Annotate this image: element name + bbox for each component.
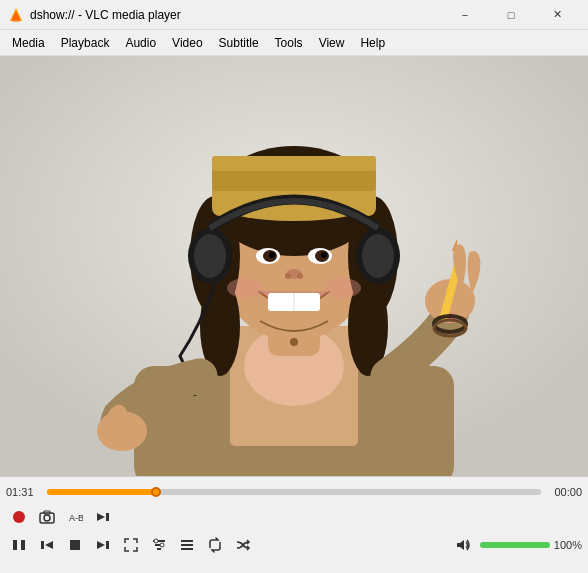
svg-point-62 — [154, 539, 158, 543]
volume-area: 100% — [450, 533, 582, 557]
progress-fill — [47, 489, 156, 495]
snapshot-button[interactable] — [34, 505, 60, 529]
volume-icon-button[interactable] — [450, 533, 476, 557]
svg-marker-55 — [45, 541, 53, 549]
random-button[interactable] — [230, 533, 256, 557]
frame-step-button[interactable] — [90, 505, 116, 529]
prev-button[interactable] — [34, 533, 60, 557]
progress-bar[interactable] — [47, 489, 541, 495]
svg-point-27 — [285, 273, 291, 279]
svg-point-32 — [325, 278, 361, 298]
svg-point-36 — [362, 234, 394, 278]
menu-subtitle[interactable]: Subtitle — [211, 32, 267, 54]
svg-rect-53 — [21, 540, 25, 550]
menu-video[interactable]: Video — [164, 32, 210, 54]
close-button[interactable]: ✕ — [534, 0, 580, 30]
progress-handle[interactable] — [151, 487, 161, 497]
video-content — [0, 56, 588, 476]
play-pause-button[interactable] — [6, 533, 32, 557]
svg-rect-61 — [157, 548, 161, 550]
current-time: 01:31 — [6, 486, 41, 498]
next-button[interactable] — [90, 533, 116, 557]
menu-media[interactable]: Media — [4, 32, 53, 54]
video-area[interactable] — [0, 56, 588, 476]
menu-bar: Media Playback Audio Video Subtitle Tool… — [0, 30, 588, 56]
window-title: dshow:// - VLC media player — [30, 8, 442, 22]
svg-rect-66 — [181, 548, 193, 550]
svg-point-24 — [269, 252, 275, 258]
svg-rect-64 — [181, 540, 193, 542]
timeline-row: 01:31 00:00 — [4, 479, 584, 503]
volume-label: 100% — [554, 539, 582, 551]
svg-point-45 — [13, 511, 25, 523]
playlist-button[interactable] — [174, 533, 200, 557]
svg-point-28 — [297, 273, 303, 279]
extended-button[interactable] — [146, 533, 172, 557]
volume-fill — [480, 542, 550, 548]
svg-point-2 — [12, 19, 20, 22]
svg-rect-54 — [41, 541, 44, 549]
svg-point-44 — [290, 338, 298, 346]
stop-button[interactable] — [62, 533, 88, 557]
fullscreen-button[interactable] — [118, 533, 144, 557]
controls-area: 01:31 00:00 A-B — [0, 476, 588, 563]
svg-rect-51 — [106, 513, 109, 521]
menu-tools[interactable]: Tools — [267, 32, 311, 54]
app-icon — [8, 7, 24, 23]
controls-row-2: 100% — [4, 531, 584, 559]
svg-point-47 — [44, 515, 50, 521]
svg-point-63 — [160, 543, 164, 547]
svg-rect-52 — [13, 540, 17, 550]
maximize-button[interactable]: □ — [488, 0, 534, 30]
minimize-button[interactable]: − — [442, 0, 488, 30]
svg-rect-19 — [212, 156, 376, 171]
loop-ab-button[interactable]: A-B — [62, 505, 88, 529]
svg-rect-65 — [181, 544, 193, 546]
svg-marker-50 — [97, 513, 105, 521]
svg-rect-56 — [70, 540, 80, 550]
menu-audio[interactable]: Audio — [117, 32, 164, 54]
remaining-time: 00:00 — [547, 486, 582, 498]
menu-playback[interactable]: Playback — [53, 32, 118, 54]
record-button[interactable] — [6, 505, 32, 529]
svg-point-31 — [227, 278, 263, 298]
svg-marker-57 — [97, 541, 105, 549]
svg-marker-69 — [457, 540, 464, 550]
svg-point-34 — [194, 234, 226, 278]
menu-help[interactable]: Help — [352, 32, 393, 54]
controls-row-1: A-B — [4, 503, 584, 531]
volume-bar[interactable] — [480, 542, 550, 548]
title-bar: dshow:// - VLC media player − □ ✕ — [0, 0, 588, 30]
svg-rect-58 — [106, 541, 109, 549]
menu-view[interactable]: View — [311, 32, 353, 54]
repeat-button[interactable] — [202, 533, 228, 557]
svg-point-25 — [321, 252, 327, 258]
window-controls: − □ ✕ — [442, 0, 580, 30]
svg-text:A-B: A-B — [69, 513, 83, 523]
